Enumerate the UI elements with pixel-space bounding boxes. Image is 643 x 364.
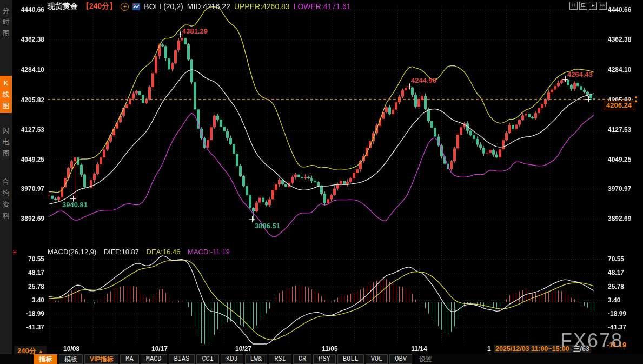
- price-marker-label: 4381.29: [182, 27, 208, 35]
- price-axis-label: 4127.53: [12, 126, 44, 134]
- macd-axis-label: -41.37: [12, 323, 44, 331]
- price-marker-label: 3886.51: [255, 222, 280, 230]
- macd-axis-label: 25.78: [608, 283, 641, 290]
- bar-counter: 三/63: [573, 345, 589, 353]
- date-label: 10/27: [235, 345, 251, 353]
- crosshair-date: 2025/12/03 11:00~15:00: [495, 345, 569, 353]
- price-axis-label: 4049.25: [608, 156, 641, 163]
- price-axis-label: 4205.82: [12, 96, 44, 104]
- period-label: 【240分】: [82, 2, 117, 11]
- macd-axis-label: -18.99: [12, 310, 44, 317]
- play-window-icon[interactable]: ▸: [589, 2, 597, 10]
- toolbar-button-5[interactable]: MACD: [141, 354, 167, 364]
- last-price-tag: 4206.24: [604, 101, 634, 110]
- price-axis-label: 3970.97: [12, 185, 44, 193]
- toolbar-button-10[interactable]: RSI: [269, 354, 291, 364]
- toolbar-button-2[interactable]: 模板: [59, 354, 83, 364]
- bottom-toolbar: 指标模板VIP指标MAMACDBIASCCIKDJLW&RSICRPSYBOLL…: [0, 354, 643, 364]
- price-marker-label: 4264.43: [567, 70, 593, 78]
- macd-name: MACD(26,12,9): [48, 248, 96, 256]
- toolbar-button-15[interactable]: OBV: [389, 354, 412, 364]
- price-marker-label: 4244.96: [411, 76, 436, 84]
- toolbar-button-11[interactable]: CR: [293, 354, 311, 364]
- macd-axis-label: 25.78: [12, 283, 44, 290]
- price-axis-label: 4284.10: [608, 66, 641, 74]
- partial-date-label: 1: [487, 345, 491, 353]
- macd-diff-value: DIFF:10.87: [104, 248, 139, 256]
- chart-header: 现货黄金 【240分】 + BOLL(20,2) MID:4216.22 UPP…: [48, 2, 350, 11]
- period-text: 240分: [17, 347, 36, 355]
- sidebar-item-2[interactable]: K线图: [0, 76, 12, 113]
- macd-axis-label: 48.17: [12, 269, 44, 276]
- macd-axis-label: 48.17: [608, 269, 641, 276]
- toolbar-button-3[interactable]: VIP指标: [84, 354, 118, 364]
- price-axis-label: 4284.10: [12, 66, 44, 74]
- macd-axis-label: 70.55: [12, 255, 44, 263]
- price-axis-label: 4362.38: [608, 36, 641, 43]
- chart-type-icon[interactable]: [132, 3, 140, 10]
- toolbar-button-12[interactable]: PSY: [313, 354, 336, 364]
- date-label: 11/14: [411, 345, 427, 353]
- toolbar-button-14[interactable]: VOL: [366, 354, 388, 364]
- window-chart-icon[interactable]: ⊡: [579, 2, 587, 10]
- date-label: 10/17: [151, 345, 168, 353]
- macd-axis-label: 3.40: [608, 296, 641, 304]
- sidebar-item-1[interactable]: 分时图: [0, 3, 12, 41]
- chart-toolbox: ∷⊡▸↦: [569, 2, 607, 10]
- macd-axis-label: 70.55: [608, 255, 641, 263]
- crosshair-date-tag: 2025/12/03 11:00~15:00 三/63: [494, 345, 591, 353]
- price-marker-label: 3940.81: [62, 201, 88, 209]
- toolbar-button-16[interactable]: 设置: [414, 354, 437, 364]
- goto-latest-icon[interactable]: ↦: [599, 2, 607, 10]
- boll-lower-value: LOWER:4171.61: [294, 2, 351, 11]
- price-axis-label: 3892.69: [608, 215, 641, 222]
- price-axis-label: 4440.66: [608, 6, 641, 14]
- macd-axis-label: 3.40: [12, 296, 44, 304]
- boll-label: BOLL(20,2): [144, 2, 183, 11]
- chart-canvas[interactable]: [0, 0, 643, 364]
- sidebar-item-3[interactable]: 闪电图: [0, 123, 12, 161]
- price-axis-label: 3970.97: [608, 185, 641, 193]
- price-axis-label: 4127.53: [608, 126, 641, 134]
- boll-mid-value: MID:4216.22: [187, 2, 230, 11]
- boll-upper-value: UPPER:4260.83: [234, 2, 290, 11]
- macd-value-tag: -11.19: [605, 341, 628, 349]
- indicator-settings-icon[interactable]: ✳: [12, 248, 18, 256]
- toolbar-button-9[interactable]: LW&: [245, 354, 268, 364]
- price-axis-label: 3892.69: [12, 215, 44, 222]
- date-label: 10/08: [63, 345, 79, 353]
- pan-tool-icon[interactable]: ∷: [569, 2, 578, 10]
- toolbar-button-4[interactable]: MA: [120, 354, 138, 364]
- toolbar-button-1[interactable]: 指标: [34, 354, 57, 364]
- macd-header: MACD(26,12,9) DIFF:10.87 DEA:16.46 MACD:…: [48, 248, 235, 256]
- price-axis-label: 4049.25: [12, 156, 44, 163]
- sidebar-item-4[interactable]: 合约资料: [0, 174, 12, 223]
- date-label: 11/05: [322, 345, 337, 353]
- scroll-to-price-icon[interactable]: ▲▲: [634, 95, 638, 103]
- toolbar-button-6[interactable]: BIAS: [169, 354, 195, 364]
- macd-value: MACD:-11.19: [188, 248, 230, 256]
- period-arrow-icon: ▲: [38, 348, 43, 354]
- toolbar-button-13[interactable]: BOLL: [337, 354, 364, 364]
- add-compare-icon[interactable]: +: [121, 3, 129, 11]
- toolbar-button-8[interactable]: KDJ: [221, 354, 243, 364]
- toolbar-button-7[interactable]: CCI: [196, 354, 219, 364]
- symbol-name: 现货黄金: [48, 2, 78, 11]
- price-axis-label: 4440.66: [12, 6, 44, 14]
- macd-axis-label: -18.99: [608, 310, 641, 317]
- macd-axis-label: -41.37: [608, 323, 641, 331]
- price-axis-label: 4362.38: [12, 36, 44, 43]
- macd-dea-value: DEA:16.46: [147, 248, 181, 256]
- left-sidebar: 分时图K线图闪电图合约资料: [0, 0, 12, 354]
